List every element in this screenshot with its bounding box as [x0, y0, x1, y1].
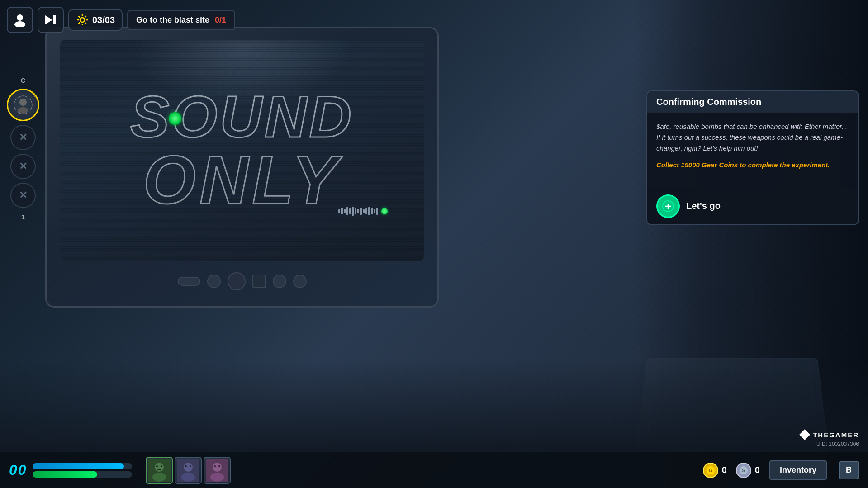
gold-value: 0 — [722, 465, 727, 475]
svg-point-28 — [190, 465, 191, 467]
silver-coin-icon: S — [736, 463, 751, 478]
tv-button-4 — [273, 275, 286, 288]
svg-point-22 — [156, 465, 158, 467]
hp-bar-blue — [33, 463, 124, 469]
svg-point-4 — [80, 18, 85, 22]
watermark-brand: THEGAMER — [813, 431, 859, 439]
svg-point-15 — [18, 107, 28, 114]
tv-label-strip — [178, 277, 200, 286]
sound-text: SOUND — [130, 87, 354, 146]
tv-button-5 — [293, 275, 307, 288]
desk-gradient — [0, 361, 868, 452]
watermark: THEGAMER UID: 1002037306 — [799, 429, 859, 447]
svg-point-23 — [161, 465, 162, 467]
svg-marker-2 — [45, 15, 52, 24]
lets-go-circle-icon — [656, 194, 680, 218]
portrait-face-2 — [175, 458, 201, 483]
silver-value: 0 — [755, 465, 760, 475]
commission-body: $afe, reusable bombs that can be enhance… — [647, 113, 858, 188]
avatar-icon — [13, 95, 33, 115]
quest-objective: Go to the blast site 0/1 — [127, 10, 235, 30]
portrait-1[interactable] — [146, 457, 173, 484]
svg-rect-3 — [53, 15, 56, 24]
silver-currency: S 0 — [736, 463, 760, 478]
lets-go-button[interactable]: Let's go — [647, 188, 858, 224]
hp-bar-green — [33, 471, 97, 478]
svg-point-33 — [218, 465, 220, 467]
profile-button[interactable] — [7, 7, 33, 33]
hp-section: 00 — [0, 462, 141, 479]
quest-objective-text: Go to the blast site — [136, 15, 209, 25]
tv-container: SOUND ONLY — [45, 27, 439, 308]
watermark-uid: UID: 1002037306 — [816, 441, 859, 447]
commission-panel: Confirming Commission $afe, reusable bom… — [646, 90, 859, 225]
character-avatar-main[interactable] — [7, 89, 39, 121]
inventory-label: Inventory — [780, 465, 816, 474]
character-portraits — [141, 457, 235, 484]
tv-button-3 — [252, 275, 266, 288]
gold-coin-icon: G — [703, 463, 718, 478]
tv-controls — [60, 265, 424, 297]
b-key-button[interactable]: B — [839, 461, 859, 479]
character-slot-3[interactable]: ✕ — [10, 154, 36, 179]
svg-line-11 — [85, 16, 86, 18]
inventory-button[interactable]: Inventory — [769, 460, 827, 480]
svg-point-20 — [155, 463, 164, 472]
hp-value: 00 — [9, 462, 27, 479]
waveform-end-dot — [381, 208, 388, 214]
hp-bars — [33, 463, 132, 478]
svg-line-12 — [79, 23, 80, 24]
green-dot-screen — [169, 112, 181, 125]
quest-progress: 0/1 — [215, 15, 226, 25]
quest-count: 03/03 — [92, 15, 115, 25]
tv-button-1 — [207, 275, 221, 288]
portrait-face-3 — [204, 458, 230, 483]
left-character-panel: C ✕ ✕ ✕ 1 — [7, 77, 39, 221]
commission-objective: Collect 15000 Gear Coins to complete the… — [656, 160, 849, 171]
svg-text:G: G — [708, 468, 712, 473]
hp-bar-outer-blue — [33, 463, 132, 469]
gold-currency: G 0 — [703, 463, 727, 478]
only-text: ONLY — [130, 146, 354, 214]
sound-only-display: SOUND ONLY — [130, 87, 354, 214]
skip-button[interactable] — [38, 7, 64, 33]
svg-point-25 — [184, 463, 193, 472]
portrait-2[interactable] — [175, 457, 202, 484]
top-hud: 03/03 Go to the blast site 0/1 — [7, 7, 235, 33]
skip-icon — [43, 13, 58, 27]
commission-description: $afe, reusable bombs that can be enhance… — [656, 121, 849, 154]
watermark-logo: THEGAMER — [799, 429, 859, 440]
svg-point-1 — [14, 21, 25, 27]
svg-point-14 — [19, 99, 27, 106]
c-label: C — [21, 77, 25, 84]
slot-empty-icon: ✕ — [19, 132, 27, 143]
gear-icon — [76, 14, 89, 26]
portrait-face-1 — [147, 458, 172, 483]
tv-screen: SOUND ONLY — [60, 40, 424, 261]
slot-number: 1 — [21, 213, 25, 221]
svg-text:S: S — [742, 468, 745, 473]
currency-section: G 0 S 0 Inventory B — [694, 460, 868, 480]
audio-waveform — [338, 207, 388, 216]
bottom-hud: 00 — [0, 452, 868, 488]
svg-point-30 — [213, 463, 222, 472]
svg-point-0 — [17, 14, 23, 21]
slot-empty-icon-2: ✕ — [19, 161, 27, 172]
b-key-label: B — [846, 465, 852, 474]
commission-title-bar: Confirming Commission — [647, 91, 858, 113]
svg-point-27 — [185, 465, 187, 467]
commission-title-text: Confirming Commission — [656, 97, 761, 107]
character-slot-4[interactable]: ✕ — [10, 183, 36, 208]
tv-outer: SOUND ONLY — [45, 27, 439, 308]
svg-point-31 — [210, 473, 224, 482]
profile-icon — [13, 13, 27, 27]
logo-diamond-icon — [799, 429, 810, 440]
portrait-3[interactable] — [204, 457, 231, 484]
svg-line-9 — [79, 16, 80, 18]
character-slot-2[interactable]: ✕ — [10, 125, 36, 150]
tv-button-2 — [228, 272, 246, 290]
svg-point-32 — [214, 465, 216, 467]
svg-line-10 — [85, 23, 86, 24]
lets-go-label: Let's go — [686, 201, 721, 211]
quest-counter: 03/03 — [68, 9, 123, 31]
